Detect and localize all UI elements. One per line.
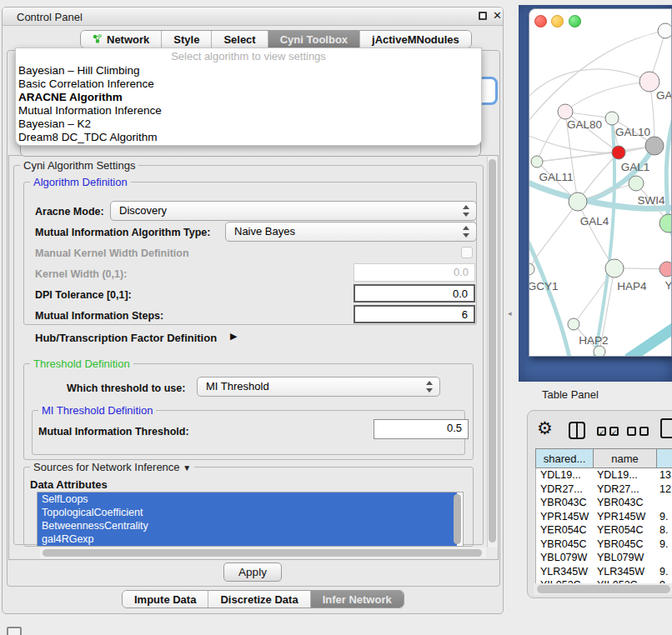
network-node-hap4[interactable]: [605, 259, 624, 278]
algorithm-option[interactable]: Bayesian – Hill Climbing: [16, 64, 481, 78]
tab-impute-data[interactable]: Impute Data: [123, 591, 208, 608]
network-node[interactable]: [594, 346, 605, 357]
mi-type-combo[interactable]: Naive Bayes: [225, 222, 477, 242]
table-row[interactable]: YBR043CYBR043C: [536, 496, 672, 510]
float-window-icon[interactable]: [479, 12, 487, 20]
control-panel-tab-bar: NetworkStyleSelectCyni ToolboxjActiveMNo…: [80, 30, 472, 48]
select-all-checkbox-icon[interactable]: ✓: [609, 427, 619, 436]
network-node-label: HAP4: [617, 280, 647, 292]
gear-icon[interactable]: ⚙: [537, 418, 553, 438]
column-header[interactable]: [656, 448, 672, 468]
algorithm-dropdown-popup: Select algorithm to view settings Bayesi…: [15, 48, 482, 146]
tab-infer-network[interactable]: Infer Network: [311, 591, 404, 608]
cyni-settings-title: Cyni Algorithm Settings: [20, 159, 138, 172]
dpi-tolerance-field[interactable]: 0.0: [354, 284, 475, 302]
network-node-label: GAL11: [539, 171, 573, 183]
hub-definition-label[interactable]: Hub/Transcription Factor Definition: [35, 332, 217, 344]
select-all-checkbox-icon[interactable]: ✓: [597, 427, 606, 436]
attribute-list-item[interactable]: SelfLoops: [38, 492, 457, 506]
table-function-icon[interactable]: [660, 418, 672, 438]
network-node-swi4[interactable]: [659, 214, 672, 232]
network-node-label: GAL80: [567, 118, 602, 131]
algorithm-option[interactable]: Mutual Information Inference: [16, 104, 481, 118]
table-cell: [655, 551, 672, 565]
tab-style[interactable]: Style: [162, 31, 212, 48]
table-row[interactable]: YBR045CYBR045C9.: [536, 538, 672, 552]
algorithm-option[interactable]: ARACNE Algorithm: [16, 91, 481, 104]
close-icon[interactable]: ✕: [493, 9, 502, 22]
stepper-arrows-icon: [425, 381, 433, 392]
table-cell: YBR045C: [536, 538, 593, 552]
column-header[interactable]: shared...: [535, 448, 593, 468]
manual-kernel-label: Manual Kernel Width Definition: [35, 248, 189, 259]
network-icon: [93, 33, 103, 46]
network-node[interactable]: [658, 23, 672, 38]
network-node[interactable]: [645, 137, 664, 155]
vertical-scrollbar-thumb[interactable]: [489, 159, 496, 542]
tab-network[interactable]: Network: [81, 31, 162, 48]
manual-kernel-checkbox[interactable]: [461, 247, 473, 258]
deselect-all-checkbox-icon[interactable]: [627, 427, 636, 436]
expanded-arrow-icon[interactable]: ▼: [183, 463, 191, 472]
network-node-hap2[interactable]: [568, 318, 579, 330]
dpi-tolerance-label: DPI Tolerance [0,1]:: [35, 289, 132, 301]
tab-discretize-data[interactable]: Discretize Data: [208, 591, 310, 608]
attribute-list-item[interactable]: BetweennessCentrality: [38, 519, 457, 532]
table-row[interactable]: YER054CYER054C8.: [536, 523, 672, 538]
apply-button[interactable]: Apply: [223, 562, 282, 582]
network-node-gal1[interactable]: [629, 176, 644, 191]
which-threshold-combo[interactable]: MI Threshold: [197, 377, 440, 397]
close-traffic-light-icon[interactable]: [534, 15, 547, 28]
attribute-list-item[interactable]: TopologicalCoefficient: [38, 506, 457, 519]
network-node-y[interactable]: [659, 262, 672, 277]
split-pane-toggle-icon[interactable]: ◂: [508, 309, 512, 318]
network-node-gal10[interactable]: [605, 112, 619, 125]
network-view-window[interactable]: GALGAL80GAL10GAL11GAL1SWI4GAL4GCY1HAP4YH…: [529, 8, 672, 357]
zoom-traffic-light-icon[interactable]: [569, 15, 581, 28]
collapsed-arrow-icon[interactable]: ▶: [230, 331, 237, 342]
which-threshold-label: Which threshold to use:: [67, 382, 185, 394]
mi-threshold-group-title: MI Threshold Definition: [38, 404, 156, 417]
network-node-gal4[interactable]: [569, 192, 587, 211]
attributes-scrollbar-thumb[interactable]: [454, 494, 461, 544]
tab-cyni-toolbox[interactable]: Cyni Toolbox: [268, 31, 360, 48]
table-row[interactable]: YBL079WYBL079W: [536, 551, 672, 565]
network-node[interactable]: [612, 146, 625, 159]
network-node-gal80[interactable]: [558, 104, 573, 119]
table-row[interactable]: YPR145WYPR145W9.: [536, 510, 672, 524]
table-cell: YBR043C: [593, 496, 655, 510]
network-node-label: HAP2: [579, 334, 608, 347]
attribute-list-item[interactable]: gal4RGexp: [38, 532, 457, 546]
table-row[interactable]: YLR345WYLR345W9.: [536, 565, 672, 579]
minimize-traffic-light-icon[interactable]: [551, 15, 564, 28]
network-node-gcy1[interactable]: [529, 263, 534, 275]
table-panel-title: Table Panel: [542, 388, 599, 401]
algorithm-option[interactable]: Bayesian – K2: [16, 118, 481, 131]
table-cell: YBR043C: [536, 496, 593, 510]
mi-steps-field[interactable]: 6: [354, 305, 475, 323]
network-canvas[interactable]: GALGAL80GAL10GAL11GAL1SWI4GAL4GCY1HAP4YH…: [529, 9, 672, 357]
table-row[interactable]: YDL19...YDL19...13: [536, 468, 672, 482]
sources-title[interactable]: Sources for Network Inference ▼: [30, 461, 194, 473]
table-cell: YER054C: [536, 523, 593, 538]
tab-select[interactable]: Select: [212, 31, 268, 48]
horizontal-scrollbar-thumb[interactable]: [43, 549, 482, 557]
algorithm-option[interactable]: Dream8 DC_TDC Algorithm: [16, 131, 481, 144]
kernel-width-field[interactable]: 0.0: [354, 263, 475, 282]
mi-threshold-field[interactable]: 0.5: [374, 419, 469, 439]
deselect-all-checkbox-icon[interactable]: [639, 427, 649, 436]
aracne-mode-combo[interactable]: Discovery: [110, 201, 477, 221]
table-horizontal-scrollbar-thumb[interactable]: [537, 585, 670, 593]
bottom-tab-bar: Impute DataDiscretize DataInfer Network: [122, 590, 404, 608]
algorithm-placeholder: Select algorithm to view settings: [16, 48, 481, 64]
tab-jactivemnodules[interactable]: jActiveMNodules: [360, 31, 471, 48]
column-header[interactable]: name: [593, 448, 656, 468]
network-node-gal11[interactable]: [531, 156, 543, 168]
minimized-panel-icon[interactable]: [7, 627, 22, 635]
table-row[interactable]: YDR27...YDR27...12: [536, 482, 672, 497]
column-layout-icon[interactable]: [569, 422, 585, 439]
algorithm-option[interactable]: Basic Correlation Inference: [16, 78, 481, 91]
mi-steps-label: Mutual Information Steps:: [35, 310, 163, 322]
table-cell: YLR345W: [593, 565, 655, 579]
control-panel-title: Control Panel: [17, 11, 83, 23]
